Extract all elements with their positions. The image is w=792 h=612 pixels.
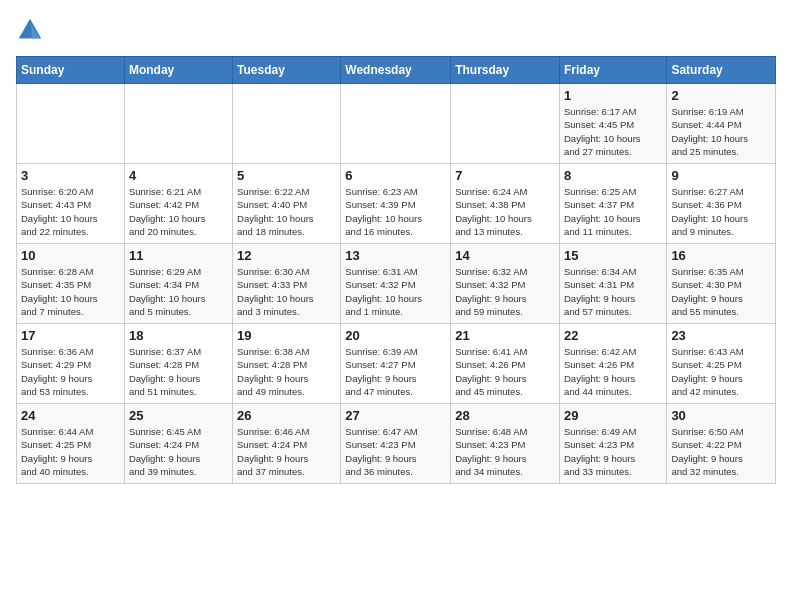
day-number: 1 (564, 88, 662, 103)
calendar-cell: 24Sunrise: 6:44 AM Sunset: 4:25 PM Dayli… (17, 404, 125, 484)
day-info: Sunrise: 6:37 AM Sunset: 4:28 PM Dayligh… (129, 345, 228, 398)
day-number: 30 (671, 408, 771, 423)
day-info: Sunrise: 6:42 AM Sunset: 4:26 PM Dayligh… (564, 345, 662, 398)
logo (16, 16, 48, 44)
day-number: 28 (455, 408, 555, 423)
calendar-cell: 5Sunrise: 6:22 AM Sunset: 4:40 PM Daylig… (233, 164, 341, 244)
calendar-cell: 11Sunrise: 6:29 AM Sunset: 4:34 PM Dayli… (124, 244, 232, 324)
day-info: Sunrise: 6:50 AM Sunset: 4:22 PM Dayligh… (671, 425, 771, 478)
calendar-cell: 30Sunrise: 6:50 AM Sunset: 4:22 PM Dayli… (667, 404, 776, 484)
calendar-cell (233, 84, 341, 164)
calendar-cell: 21Sunrise: 6:41 AM Sunset: 4:26 PM Dayli… (451, 324, 560, 404)
day-number: 5 (237, 168, 336, 183)
day-info: Sunrise: 6:46 AM Sunset: 4:24 PM Dayligh… (237, 425, 336, 478)
day-info: Sunrise: 6:20 AM Sunset: 4:43 PM Dayligh… (21, 185, 120, 238)
day-number: 20 (345, 328, 446, 343)
calendar-cell: 22Sunrise: 6:42 AM Sunset: 4:26 PM Dayli… (559, 324, 666, 404)
day-info: Sunrise: 6:23 AM Sunset: 4:39 PM Dayligh… (345, 185, 446, 238)
page-header (16, 16, 776, 44)
calendar-cell: 19Sunrise: 6:38 AM Sunset: 4:28 PM Dayli… (233, 324, 341, 404)
calendar-cell: 20Sunrise: 6:39 AM Sunset: 4:27 PM Dayli… (341, 324, 451, 404)
day-info: Sunrise: 6:48 AM Sunset: 4:23 PM Dayligh… (455, 425, 555, 478)
day-info: Sunrise: 6:32 AM Sunset: 4:32 PM Dayligh… (455, 265, 555, 318)
calendar-header-row: SundayMondayTuesdayWednesdayThursdayFrid… (17, 57, 776, 84)
calendar-cell (17, 84, 125, 164)
calendar-week-row: 1Sunrise: 6:17 AM Sunset: 4:45 PM Daylig… (17, 84, 776, 164)
column-header-sunday: Sunday (17, 57, 125, 84)
day-info: Sunrise: 6:47 AM Sunset: 4:23 PM Dayligh… (345, 425, 446, 478)
day-number: 17 (21, 328, 120, 343)
day-number: 11 (129, 248, 228, 263)
day-number: 3 (21, 168, 120, 183)
day-info: Sunrise: 6:36 AM Sunset: 4:29 PM Dayligh… (21, 345, 120, 398)
logo-icon (16, 16, 44, 44)
day-number: 2 (671, 88, 771, 103)
day-number: 18 (129, 328, 228, 343)
calendar-week-row: 3Sunrise: 6:20 AM Sunset: 4:43 PM Daylig… (17, 164, 776, 244)
calendar-cell: 13Sunrise: 6:31 AM Sunset: 4:32 PM Dayli… (341, 244, 451, 324)
day-number: 6 (345, 168, 446, 183)
day-info: Sunrise: 6:24 AM Sunset: 4:38 PM Dayligh… (455, 185, 555, 238)
day-number: 12 (237, 248, 336, 263)
calendar-week-row: 17Sunrise: 6:36 AM Sunset: 4:29 PM Dayli… (17, 324, 776, 404)
day-info: Sunrise: 6:31 AM Sunset: 4:32 PM Dayligh… (345, 265, 446, 318)
day-info: Sunrise: 6:21 AM Sunset: 4:42 PM Dayligh… (129, 185, 228, 238)
calendar-cell: 8Sunrise: 6:25 AM Sunset: 4:37 PM Daylig… (559, 164, 666, 244)
day-number: 8 (564, 168, 662, 183)
day-number: 9 (671, 168, 771, 183)
column-header-thursday: Thursday (451, 57, 560, 84)
calendar-cell: 7Sunrise: 6:24 AM Sunset: 4:38 PM Daylig… (451, 164, 560, 244)
day-info: Sunrise: 6:38 AM Sunset: 4:28 PM Dayligh… (237, 345, 336, 398)
calendar-cell (124, 84, 232, 164)
calendar-cell: 10Sunrise: 6:28 AM Sunset: 4:35 PM Dayli… (17, 244, 125, 324)
day-number: 24 (21, 408, 120, 423)
day-info: Sunrise: 6:19 AM Sunset: 4:44 PM Dayligh… (671, 105, 771, 158)
day-number: 15 (564, 248, 662, 263)
calendar-cell: 4Sunrise: 6:21 AM Sunset: 4:42 PM Daylig… (124, 164, 232, 244)
day-number: 13 (345, 248, 446, 263)
day-info: Sunrise: 6:17 AM Sunset: 4:45 PM Dayligh… (564, 105, 662, 158)
calendar-cell: 6Sunrise: 6:23 AM Sunset: 4:39 PM Daylig… (341, 164, 451, 244)
calendar-cell: 3Sunrise: 6:20 AM Sunset: 4:43 PM Daylig… (17, 164, 125, 244)
day-info: Sunrise: 6:41 AM Sunset: 4:26 PM Dayligh… (455, 345, 555, 398)
calendar-cell: 9Sunrise: 6:27 AM Sunset: 4:36 PM Daylig… (667, 164, 776, 244)
day-number: 25 (129, 408, 228, 423)
day-info: Sunrise: 6:39 AM Sunset: 4:27 PM Dayligh… (345, 345, 446, 398)
calendar-cell: 14Sunrise: 6:32 AM Sunset: 4:32 PM Dayli… (451, 244, 560, 324)
calendar-cell (341, 84, 451, 164)
day-info: Sunrise: 6:28 AM Sunset: 4:35 PM Dayligh… (21, 265, 120, 318)
day-info: Sunrise: 6:25 AM Sunset: 4:37 PM Dayligh… (564, 185, 662, 238)
calendar-cell: 2Sunrise: 6:19 AM Sunset: 4:44 PM Daylig… (667, 84, 776, 164)
day-info: Sunrise: 6:43 AM Sunset: 4:25 PM Dayligh… (671, 345, 771, 398)
column-header-monday: Monday (124, 57, 232, 84)
calendar-cell: 15Sunrise: 6:34 AM Sunset: 4:31 PM Dayli… (559, 244, 666, 324)
day-info: Sunrise: 6:45 AM Sunset: 4:24 PM Dayligh… (129, 425, 228, 478)
column-header-wednesday: Wednesday (341, 57, 451, 84)
calendar-cell: 17Sunrise: 6:36 AM Sunset: 4:29 PM Dayli… (17, 324, 125, 404)
day-number: 29 (564, 408, 662, 423)
column-header-friday: Friday (559, 57, 666, 84)
calendar-cell: 12Sunrise: 6:30 AM Sunset: 4:33 PM Dayli… (233, 244, 341, 324)
calendar-cell: 29Sunrise: 6:49 AM Sunset: 4:23 PM Dayli… (559, 404, 666, 484)
column-header-tuesday: Tuesday (233, 57, 341, 84)
day-number: 16 (671, 248, 771, 263)
calendar-cell: 18Sunrise: 6:37 AM Sunset: 4:28 PM Dayli… (124, 324, 232, 404)
day-info: Sunrise: 6:30 AM Sunset: 4:33 PM Dayligh… (237, 265, 336, 318)
day-info: Sunrise: 6:22 AM Sunset: 4:40 PM Dayligh… (237, 185, 336, 238)
calendar-cell: 26Sunrise: 6:46 AM Sunset: 4:24 PM Dayli… (233, 404, 341, 484)
day-number: 19 (237, 328, 336, 343)
calendar-cell: 25Sunrise: 6:45 AM Sunset: 4:24 PM Dayli… (124, 404, 232, 484)
day-number: 7 (455, 168, 555, 183)
day-number: 22 (564, 328, 662, 343)
day-info: Sunrise: 6:35 AM Sunset: 4:30 PM Dayligh… (671, 265, 771, 318)
day-info: Sunrise: 6:34 AM Sunset: 4:31 PM Dayligh… (564, 265, 662, 318)
day-number: 27 (345, 408, 446, 423)
calendar-table: SundayMondayTuesdayWednesdayThursdayFrid… (16, 56, 776, 484)
day-info: Sunrise: 6:49 AM Sunset: 4:23 PM Dayligh… (564, 425, 662, 478)
calendar-cell: 1Sunrise: 6:17 AM Sunset: 4:45 PM Daylig… (559, 84, 666, 164)
day-number: 10 (21, 248, 120, 263)
day-number: 4 (129, 168, 228, 183)
day-number: 21 (455, 328, 555, 343)
day-number: 23 (671, 328, 771, 343)
calendar-cell (451, 84, 560, 164)
